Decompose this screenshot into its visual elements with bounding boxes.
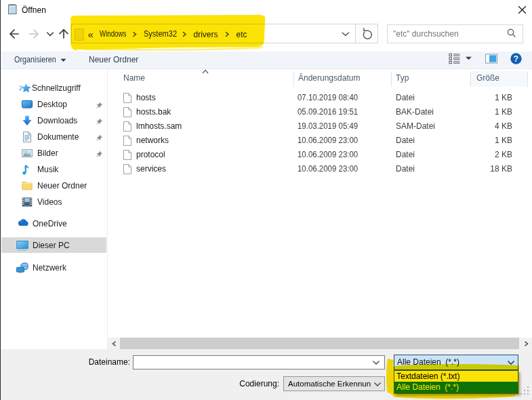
svg-text:"etc" durchsuchen: "etc" durchsuchen — [393, 29, 459, 39]
svg-text:?: ? — [514, 54, 518, 64]
